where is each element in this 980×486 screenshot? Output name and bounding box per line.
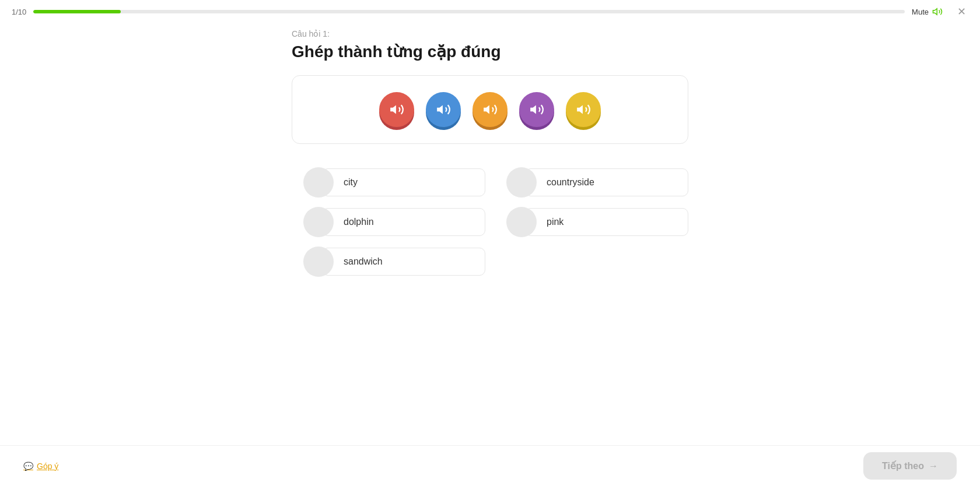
audio-button-5[interactable]: [566, 92, 601, 127]
answer-item-countryside[interactable]: countryside: [495, 167, 688, 198]
answer-text-city: city: [322, 168, 485, 196]
feedback-label: Góp ý: [37, 462, 58, 471]
answer-item-dolphin[interactable]: dolphin: [292, 207, 485, 237]
svg-marker-1: [390, 105, 396, 114]
mute-button[interactable]: Mute: [912, 6, 943, 17]
answer-text-pink: pink: [525, 208, 688, 236]
progress-label: 1/10: [12, 8, 26, 16]
close-button[interactable]: ✕: [954, 5, 968, 19]
svg-marker-4: [530, 105, 536, 114]
question-label: Câu hỏi 1:: [292, 29, 688, 38]
answer-item-city[interactable]: city: [292, 167, 485, 198]
progress-track: [33, 10, 905, 13]
answer-text-dolphin: dolphin: [322, 208, 485, 236]
next-label: Tiếp theo: [882, 460, 924, 471]
speaker-icon-3: [482, 102, 498, 117]
speaker-icon: [932, 6, 943, 17]
answer-text-countryside: countryside: [525, 168, 688, 196]
audio-button-3[interactable]: [473, 92, 508, 127]
audio-button-1[interactable]: [379, 92, 414, 127]
answer-circle-sandwich: [303, 246, 334, 277]
feedback-link[interactable]: 💬 Góp ý: [23, 462, 58, 471]
audio-button-2[interactable]: [426, 92, 461, 127]
next-button[interactable]: Tiếp theo →: [863, 452, 957, 480]
speaker-icon-1: [389, 102, 404, 117]
speaker-icon-4: [529, 102, 544, 117]
svg-marker-5: [577, 105, 583, 114]
svg-marker-0: [933, 9, 937, 15]
answer-circle-countryside: [506, 167, 537, 198]
audio-button-4[interactable]: [519, 92, 554, 127]
answer-text-sandwich: sandwich: [322, 248, 485, 276]
question-title: Ghép thành từng cặp đúng: [292, 42, 688, 61]
answers-grid: city countryside dolphin pink sandwich: [292, 167, 688, 277]
progress-fill: [33, 10, 120, 13]
main-content: Câu hỏi 1: Ghép thành từng cặp đúng city…: [292, 29, 688, 277]
svg-marker-2: [437, 105, 443, 114]
feedback-icon: 💬: [23, 462, 33, 471]
speaker-icon-5: [576, 102, 591, 117]
mute-label: Mute: [912, 8, 929, 16]
speaker-icon-2: [436, 102, 451, 117]
answer-circle-pink: [506, 207, 537, 237]
answer-circle-city: [303, 167, 334, 198]
audio-panel: [292, 75, 688, 144]
answer-circle-dolphin: [303, 207, 334, 237]
next-arrow: →: [929, 461, 938, 471]
answer-item-pink[interactable]: pink: [495, 207, 688, 237]
answer-item-sandwich[interactable]: sandwich: [292, 246, 485, 277]
svg-marker-3: [484, 105, 489, 114]
progress-bar-area: 1/10 Mute ✕: [0, 0, 980, 23]
footer: 💬 Góp ý Tiếp theo →: [0, 445, 980, 486]
